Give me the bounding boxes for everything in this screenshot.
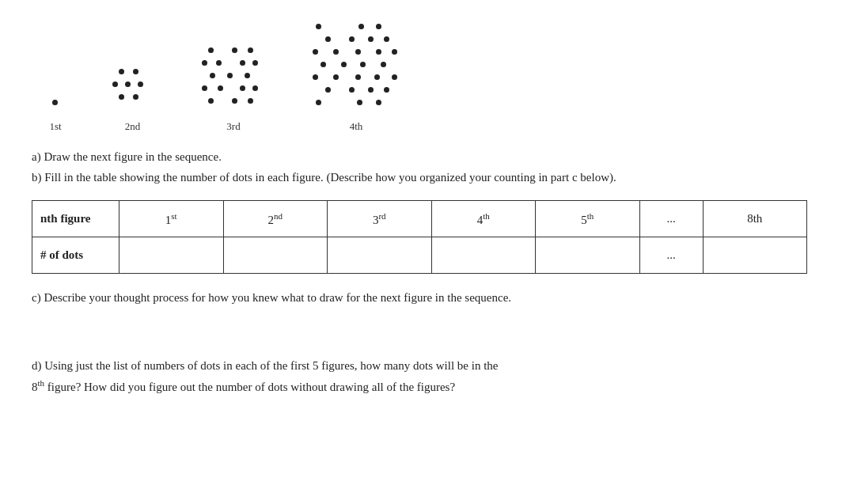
- dots-8[interactable]: [703, 237, 807, 274]
- col-ellipsis: ...: [639, 201, 703, 237]
- part-d-line3: figure? How did you figure out the numbe…: [44, 381, 455, 393]
- part-d-line1: d) Using just the list of numbers of dot…: [32, 359, 499, 372]
- dots-8-input[interactable]: [715, 248, 796, 262]
- num-dots-label: # of dots: [32, 237, 119, 274]
- dots-1[interactable]: [119, 237, 224, 274]
- figure-3: 3rd: [202, 47, 265, 133]
- figure-2-label: 2nd: [125, 120, 141, 133]
- table-row-dots: # of dots ...: [32, 237, 807, 274]
- figures-row: 1st 2nd: [32, 24, 810, 133]
- col-8th: 8th: [703, 201, 807, 237]
- dots-4-input[interactable]: [443, 248, 525, 262]
- figure-4-label: 4th: [350, 120, 363, 133]
- table-wrapper: nth figure 1st 2nd 3rd 4th 5th ... 8th #…: [32, 200, 810, 274]
- col-5th-num: 5: [581, 214, 587, 226]
- part-c: c) Describe your thought process for how…: [32, 288, 810, 309]
- col-4th: 4th: [431, 201, 536, 237]
- figure-3-label: 3rd: [226, 120, 240, 133]
- figure-4: 4th: [313, 24, 400, 133]
- dots-4[interactable]: [431, 237, 536, 274]
- col-3rd: 3rd: [328, 201, 432, 237]
- col-2nd: 2nd: [223, 201, 328, 237]
- part-d-sup: th: [38, 378, 45, 388]
- dots-ellipsis: ...: [639, 237, 703, 274]
- figure-2: 2nd: [111, 67, 154, 133]
- col-1st: 1st: [119, 201, 224, 237]
- dots-2[interactable]: [223, 237, 328, 274]
- dots-3[interactable]: [328, 237, 432, 274]
- col-4th-sup: th: [483, 211, 490, 221]
- nth-figure-label: nth figure: [32, 201, 119, 237]
- table-row-header: nth figure 1st 2nd 3rd 4th 5th ... 8th: [32, 201, 807, 237]
- col-5th-sup: th: [587, 211, 594, 221]
- col-2nd-sup: nd: [274, 211, 283, 221]
- part-d: d) Using just the list of numbers of dot…: [32, 356, 810, 398]
- dot-table: nth figure 1st 2nd 3rd 4th 5th ... 8th #…: [32, 200, 807, 274]
- dots-3-input[interactable]: [339, 248, 420, 262]
- col-2nd-num: 2: [268, 214, 275, 226]
- col-1st-sup: st: [171, 211, 176, 221]
- instruction-b: b) Fill in the table showing the number …: [32, 168, 810, 188]
- figure-1-label: 1st: [49, 120, 61, 133]
- col-5th: 5th: [536, 201, 640, 237]
- figure-1: 1st: [47, 95, 63, 133]
- instruction-a: a) Draw the next figure in the sequence.: [32, 147, 810, 168]
- dots-5-input[interactable]: [547, 248, 628, 262]
- col-3rd-sup: rd: [378, 211, 385, 221]
- instructions: a) Draw the next figure in the sequence.…: [32, 147, 810, 188]
- dots-5[interactable]: [536, 237, 640, 274]
- dots-1-input[interactable]: [131, 248, 212, 262]
- dots-2-input[interactable]: [235, 248, 317, 262]
- part-d-line2: 8: [32, 381, 38, 393]
